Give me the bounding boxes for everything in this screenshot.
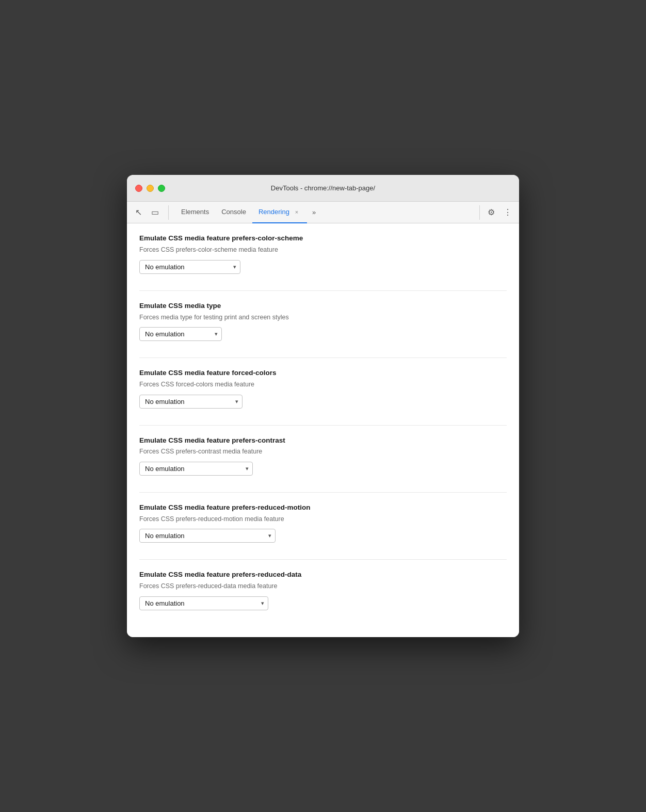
section-prefers-reduced-motion: Emulate CSS media feature prefers-reduce… bbox=[139, 503, 507, 547]
maximize-button[interactable] bbox=[158, 185, 165, 192]
select-forced-colors[interactable]: No emulation forced-colors: active force… bbox=[139, 395, 243, 409]
divider-3 bbox=[139, 425, 507, 426]
select-prefers-color-scheme-wrapper: No emulation prefers-color-scheme: light… bbox=[139, 260, 240, 274]
section-prefers-color-scheme-title: Emulate CSS media feature prefers-color-… bbox=[139, 234, 507, 243]
section-forced-colors-desc: Forces CSS forced-colors media feature bbox=[139, 380, 507, 389]
tabbar-icons: ↖ ▭ bbox=[131, 205, 169, 220]
settings-button[interactable]: ⚙ bbox=[484, 205, 498, 220]
close-button[interactable] bbox=[135, 185, 142, 192]
device-icon: ▭ bbox=[151, 207, 159, 217]
traffic-lights bbox=[135, 185, 165, 192]
select-prefers-reduced-data-wrapper: No emulation prefers-reduced-data: reduc… bbox=[139, 596, 268, 610]
section-prefers-reduced-data-title: Emulate CSS media feature prefers-reduce… bbox=[139, 570, 507, 580]
divider-1 bbox=[139, 290, 507, 291]
section-forced-colors: Emulate CSS media feature forced-colors … bbox=[139, 368, 507, 412]
select-prefers-reduced-motion[interactable]: No emulation prefers-reduced-motion: red… bbox=[139, 529, 276, 543]
section-prefers-reduced-data: Emulate CSS media feature prefers-reduce… bbox=[139, 570, 507, 614]
devtools-window: DevTools - chrome://new-tab-page/ ↖ ▭ El… bbox=[127, 175, 519, 637]
section-media-type-desc: Forces media type for testing print and … bbox=[139, 313, 507, 322]
section-forced-colors-title: Emulate CSS media feature forced-colors bbox=[139, 368, 507, 378]
more-options-button[interactable]: ⋮ bbox=[500, 205, 515, 220]
section-media-type: Emulate CSS media type Forces media type… bbox=[139, 301, 507, 345]
section-prefers-contrast-title: Emulate CSS media feature prefers-contra… bbox=[139, 436, 507, 446]
divider-5 bbox=[139, 559, 507, 560]
device-toolbar-button[interactable]: ▭ bbox=[148, 205, 162, 220]
select-media-type[interactable]: No emulation print screen bbox=[139, 327, 222, 341]
section-prefers-color-scheme: Emulate CSS media feature prefers-color-… bbox=[139, 234, 507, 278]
tab-console-label: Console bbox=[221, 208, 246, 216]
tab-rendering-label: Rendering bbox=[259, 208, 289, 216]
window-title: DevTools - chrome://new-tab-page/ bbox=[271, 184, 375, 192]
tab-rendering-close[interactable]: × bbox=[293, 208, 301, 216]
section-prefers-color-scheme-desc: Forces CSS prefers-color-scheme media fe… bbox=[139, 246, 507, 255]
tab-elements-label: Elements bbox=[181, 208, 209, 216]
section-prefers-reduced-motion-desc: Forces CSS prefers-reduced-motion media … bbox=[139, 515, 507, 524]
select-forced-colors-wrapper: No emulation forced-colors: active force… bbox=[139, 395, 243, 409]
select-prefers-reduced-data[interactable]: No emulation prefers-reduced-data: reduc… bbox=[139, 596, 268, 610]
section-prefers-contrast: Emulate CSS media feature prefers-contra… bbox=[139, 436, 507, 480]
cursor-tool-button[interactable]: ↖ bbox=[131, 205, 146, 220]
divider-4 bbox=[139, 492, 507, 493]
divider-2 bbox=[139, 358, 507, 358]
tab-elements[interactable]: Elements bbox=[175, 202, 215, 223]
cursor-icon: ↖ bbox=[135, 207, 142, 217]
section-media-type-title: Emulate CSS media type bbox=[139, 301, 507, 311]
select-prefers-reduced-motion-wrapper: No emulation prefers-reduced-motion: red… bbox=[139, 529, 276, 543]
tabbar: ↖ ▭ Elements Console Rendering × » ⚙ ⋮ bbox=[127, 202, 519, 223]
rendering-panel: Emulate CSS media feature prefers-color-… bbox=[127, 223, 519, 637]
select-prefers-contrast[interactable]: No emulation prefers-contrast: more pref… bbox=[139, 462, 253, 476]
select-media-type-wrapper: No emulation print screen ▾ bbox=[139, 327, 222, 341]
tab-rendering[interactable]: Rendering × bbox=[252, 202, 307, 223]
section-prefers-contrast-desc: Forces CSS prefers-contrast media featur… bbox=[139, 447, 507, 457]
more-tabs-button[interactable]: » bbox=[309, 206, 319, 218]
tab-console[interactable]: Console bbox=[215, 202, 252, 223]
tabbar-right-icons: ⚙ ⋮ bbox=[479, 205, 515, 220]
gear-icon: ⚙ bbox=[488, 207, 495, 217]
titlebar: DevTools - chrome://new-tab-page/ bbox=[127, 175, 519, 202]
minimize-button[interactable] bbox=[147, 185, 154, 192]
more-icon: ⋮ bbox=[504, 207, 512, 217]
section-prefers-reduced-data-desc: Forces CSS prefers-reduced-data media fe… bbox=[139, 582, 507, 591]
section-prefers-reduced-motion-title: Emulate CSS media feature prefers-reduce… bbox=[139, 503, 507, 513]
select-prefers-color-scheme[interactable]: No emulation prefers-color-scheme: light… bbox=[139, 260, 240, 274]
select-prefers-contrast-wrapper: No emulation prefers-contrast: more pref… bbox=[139, 462, 253, 476]
